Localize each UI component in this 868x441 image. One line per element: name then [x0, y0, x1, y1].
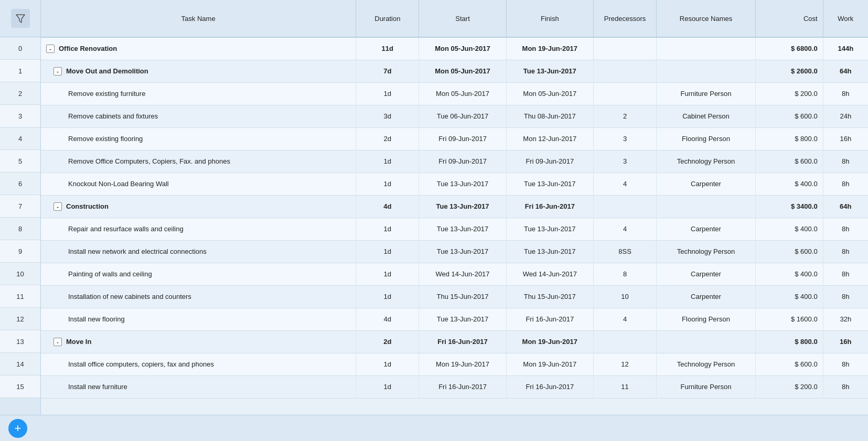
collapse-button-0[interactable]: - — [46, 45, 55, 53]
cost-cell-4: $ 800.0 — [755, 127, 823, 150]
row-number-14: 14 — [0, 353, 40, 375]
table-row: -Construction4dTue 13-Jun-2017Fri 16-Jun… — [41, 195, 868, 218]
table-wrapper: 0123456789101112131415 Task Name Duratio… — [0, 0, 868, 415]
task-name-cell-15: Install new furniture — [41, 375, 356, 398]
predecessors-cell-5: 3 — [593, 150, 656, 173]
predecessors-cell-7 — [593, 195, 656, 218]
table-row: -Move Out and Demolition7dMon 05-Jun-201… — [41, 60, 868, 82]
cost-cell-2: $ 200.0 — [755, 82, 823, 105]
finish-cell-10: Wed 14-Jun-2017 — [506, 263, 593, 285]
table-row: Installation of new cabinets and counter… — [41, 285, 868, 308]
task-name-text-10: Painting of walls and ceiling — [68, 270, 152, 278]
task-name-cell-4: Remove existing flooring — [41, 127, 356, 150]
start-cell-11: Thu 15-Jun-2017 — [419, 285, 506, 308]
task-table: Task Name Duration Start Finish Predeces… — [41, 0, 868, 399]
work-cell-7: 64h — [823, 195, 868, 218]
task-name-text-8: Repair and resurface walls and ceiling — [68, 225, 184, 233]
filter-icon-container[interactable] — [11, 9, 30, 28]
start-cell-9: Tue 13-Jun-2017 — [419, 240, 506, 263]
cost-cell-12: $ 1600.0 — [755, 308, 823, 330]
duration-cell-15: 1d — [356, 375, 419, 398]
table-row: Install office computers, copiers, fax a… — [41, 353, 868, 375]
predecessors-cell-13 — [593, 330, 656, 353]
table-row: Install new flooring4dTue 13-Jun-2017Fri… — [41, 308, 868, 330]
work-cell-4: 16h — [823, 127, 868, 150]
cost-cell-9: $ 600.0 — [755, 240, 823, 263]
finish-cell-5: Fri 09-Jun-2017 — [506, 150, 593, 173]
task-name-cell-5: Remove Office Computers, Copiers, Fax. a… — [41, 150, 356, 173]
duration-cell-2: 1d — [356, 82, 419, 105]
resource-names-cell-6: Carpenter — [657, 173, 756, 195]
task-name-text-3: Remove cabinets and fixtures — [68, 112, 158, 120]
resource-names-cell-2: Furniture Person — [657, 82, 756, 105]
start-cell-2: Mon 05-Jun-2017 — [419, 82, 506, 105]
row-number-1: 1 — [0, 60, 40, 82]
cost-cell-11: $ 400.0 — [755, 285, 823, 308]
task-name-cell-13: -Move In — [41, 330, 356, 353]
resource-names-cell-0 — [657, 37, 756, 60]
duration-cell-9: 1d — [356, 240, 419, 263]
header-row: Task Name Duration Start Finish Predeces… — [41, 0, 868, 37]
col-header-task-name: Task Name — [41, 0, 356, 37]
predecessors-cell-2 — [593, 82, 656, 105]
filter-icon — [15, 13, 26, 24]
task-name-cell-0: -Office Renovation — [41, 37, 356, 60]
start-cell-4: Fri 09-Jun-2017 — [419, 127, 506, 150]
row-number-6: 6 — [0, 173, 40, 195]
resource-names-cell-7 — [657, 195, 756, 218]
add-task-button[interactable]: + — [8, 419, 27, 438]
duration-cell-7: 4d — [356, 195, 419, 218]
cost-cell-15: $ 200.0 — [755, 375, 823, 398]
task-name-cell-10: Painting of walls and ceiling — [41, 263, 356, 285]
filter-header-cell — [0, 0, 40, 37]
work-cell-14: 8h — [823, 353, 868, 375]
work-cell-15: 8h — [823, 375, 868, 398]
task-name-cell-14: Install office computers, copiers, fax a… — [41, 353, 356, 375]
finish-cell-9: Tue 13-Jun-2017 — [506, 240, 593, 263]
cost-cell-1: $ 2600.0 — [755, 60, 823, 82]
collapse-button-1[interactable]: - — [53, 67, 62, 76]
main-table-area: Task Name Duration Start Finish Predeces… — [41, 0, 868, 415]
work-cell-6: 8h — [823, 173, 868, 195]
start-cell-13: Fri 16-Jun-2017 — [419, 330, 506, 353]
cost-cell-5: $ 600.0 — [755, 150, 823, 173]
task-name-cell-6: Knockout Non-Load Bearing Wall — [41, 173, 356, 195]
cost-cell-14: $ 600.0 — [755, 353, 823, 375]
row-number-3: 3 — [0, 105, 40, 127]
work-cell-3: 24h — [823, 105, 868, 127]
row-numbers-column: 0123456789101112131415 — [0, 0, 41, 415]
row-number-10: 10 — [0, 263, 40, 285]
row-number-11: 11 — [0, 285, 40, 308]
resource-names-cell-10: Carpenter — [657, 263, 756, 285]
task-name-text-11: Installation of new cabinets and counter… — [68, 293, 191, 300]
resource-names-cell-8: Carpenter — [657, 218, 756, 240]
predecessors-cell-11: 10 — [593, 285, 656, 308]
bottom-toolbar: + — [0, 415, 868, 441]
predecessors-cell-10: 8 — [593, 263, 656, 285]
collapse-button-7[interactable]: - — [53, 202, 62, 211]
table-row: -Office Renovation11dMon 05-Jun-2017Mon … — [41, 37, 868, 60]
cost-cell-8: $ 400.0 — [755, 218, 823, 240]
table-row: Remove Office Computers, Copiers, Fax. a… — [41, 150, 868, 173]
task-name-text-1: Move Out and Demolition — [66, 67, 148, 75]
duration-cell-4: 2d — [356, 127, 419, 150]
resource-names-cell-11: Carpenter — [657, 285, 756, 308]
work-cell-5: 8h — [823, 150, 868, 173]
work-cell-12: 32h — [823, 308, 868, 330]
col-header-cost: Cost — [755, 0, 823, 37]
finish-cell-7: Fri 16-Jun-2017 — [506, 195, 593, 218]
predecessors-cell-1 — [593, 60, 656, 82]
finish-cell-0: Mon 19-Jun-2017 — [506, 37, 593, 60]
duration-cell-5: 1d — [356, 150, 419, 173]
table-row: Remove existing flooring2dFri 09-Jun-201… — [41, 127, 868, 150]
table-row: Install new furniture1dFri 16-Jun-2017Fr… — [41, 375, 868, 398]
start-cell-10: Wed 14-Jun-2017 — [419, 263, 506, 285]
app-container: 0123456789101112131415 Task Name Duratio… — [0, 0, 868, 441]
duration-cell-11: 1d — [356, 285, 419, 308]
start-cell-7: Tue 13-Jun-2017 — [419, 195, 506, 218]
work-cell-8: 8h — [823, 218, 868, 240]
collapse-button-13[interactable]: - — [53, 338, 62, 346]
task-name-text-5: Remove Office Computers, Copiers, Fax. a… — [68, 157, 230, 165]
table-row: Install new network and electrical conne… — [41, 240, 868, 263]
row-number-13: 13 — [0, 330, 40, 353]
